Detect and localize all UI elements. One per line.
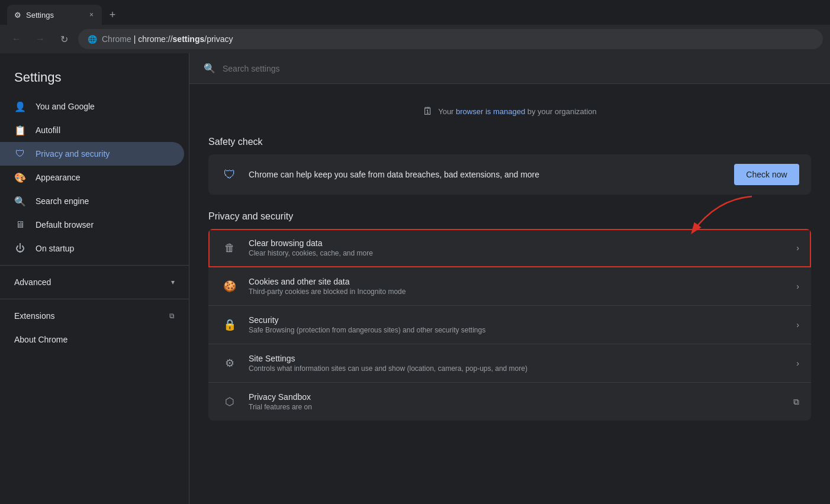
sidebar-item-label-default-browser: Default browser bbox=[36, 220, 94, 230]
security-subtitle: Safe Browsing (protection from dangerous… bbox=[249, 326, 787, 334]
sidebar-item-label-you-and-google: You and Google bbox=[36, 102, 95, 111]
sidebar-header: Settings bbox=[0, 63, 189, 95]
settings-item-security[interactable]: 🔒 Security Safe Browsing (protection fro… bbox=[208, 306, 811, 344]
security-arrow-icon: › bbox=[796, 320, 799, 329]
managed-link[interactable]: browser is managed bbox=[456, 107, 525, 116]
sidebar-about-chrome[interactable]: About Chrome bbox=[0, 328, 189, 351]
cookies-site-data-icon: 🍪 bbox=[220, 277, 239, 296]
sidebar-item-icon-search-engine: 🔍 bbox=[14, 195, 26, 207]
address-separator: | bbox=[134, 34, 136, 44]
cookies-site-data-arrow-icon: › bbox=[796, 282, 799, 291]
managed-text-before: Your bbox=[438, 107, 456, 116]
address-url-prefix: chrome:// bbox=[138, 34, 172, 44]
security-title: Security bbox=[249, 315, 787, 325]
back-button[interactable]: ← bbox=[7, 30, 26, 49]
safety-check-card: 🛡 Chrome can help keep you safe from dat… bbox=[208, 154, 811, 195]
search-input[interactable] bbox=[223, 64, 816, 73]
managed-text-after: by your organization bbox=[525, 107, 597, 116]
clear-browsing-data-arrow-icon: › bbox=[796, 243, 799, 253]
sidebar-item-label-autofill: Autofill bbox=[36, 125, 60, 135]
refresh-button[interactable]: ↻ bbox=[54, 30, 73, 49]
address-url-bold: settings bbox=[173, 34, 205, 44]
privacy-sandbox-title: Privacy Sandbox bbox=[249, 392, 784, 402]
site-settings-title: Site Settings bbox=[249, 354, 787, 363]
safety-check-description: Chrome can help keep you safe from data … bbox=[249, 170, 725, 179]
sidebar-advanced[interactable]: Advanced ▾ bbox=[0, 270, 189, 294]
cookies-site-data-title: Cookies and other site data bbox=[249, 277, 787, 286]
sidebar-item-privacy-security[interactable]: 🛡 Privacy and security bbox=[0, 142, 184, 166]
managed-text: Your browser is managed by your organiza… bbox=[438, 107, 597, 116]
sidebar-item-icon-appearance: 🎨 bbox=[14, 172, 26, 183]
settings-tab[interactable]: ⚙ Settings × bbox=[7, 5, 102, 25]
site-info-icon: 🌐 bbox=[88, 35, 97, 44]
privacy-section-title: Privacy and security bbox=[208, 211, 811, 222]
safety-check-icon: 🛡 bbox=[220, 165, 239, 184]
sidebar-divider bbox=[0, 265, 189, 266]
managed-icon: 🗓 bbox=[423, 105, 433, 118]
extensions-external-icon: ⧉ bbox=[169, 312, 175, 320]
sidebar-item-autofill[interactable]: 📋 Autofill bbox=[0, 118, 184, 142]
clear-browsing-data-title: Clear browsing data bbox=[249, 238, 787, 248]
address-text: Chrome | chrome://settings/privacy bbox=[102, 34, 233, 44]
search-bar: 🔍 bbox=[189, 53, 830, 84]
sidebar-item-you-and-google[interactable]: 👤 You and Google bbox=[0, 95, 184, 118]
cookies-site-data-subtitle: Third-party cookies are blocked in Incog… bbox=[249, 287, 787, 296]
address-bar[interactable]: 🌐 Chrome | chrome://settings/privacy bbox=[78, 29, 823, 49]
settings-item-cookies-site-data[interactable]: 🍪 Cookies and other site data Third-part… bbox=[208, 267, 811, 306]
privacy-sandbox-ext-icon: ⧉ bbox=[793, 397, 799, 407]
sidebar-item-label-privacy-security: Privacy and security bbox=[36, 149, 110, 159]
sidebar-item-icon-on-startup: ⏻ bbox=[14, 243, 26, 254]
security-content: Security Safe Browsing (protection from … bbox=[249, 315, 787, 334]
managed-banner: 🗓 Your browser is managed by your organi… bbox=[208, 98, 811, 125]
advanced-arrow-icon: ▾ bbox=[171, 278, 175, 286]
forward-button[interactable]: → bbox=[31, 30, 50, 49]
sidebar: Settings 👤 You and Google 📋 Autofill 🛡 P… bbox=[0, 53, 189, 504]
sidebar-item-label-appearance: Appearance bbox=[36, 173, 81, 182]
sidebar-extensions[interactable]: Extensions ⧉ bbox=[0, 304, 189, 328]
privacy-sandbox-subtitle: Trial features are on bbox=[249, 403, 784, 411]
settings-tab-title: Settings bbox=[26, 11, 83, 20]
search-icon: 🔍 bbox=[204, 63, 215, 74]
clear-browsing-data-icon: 🗑 bbox=[220, 238, 239, 257]
address-domain: Chrome bbox=[102, 34, 131, 44]
sidebar-item-label-search-engine: Search engine bbox=[36, 196, 89, 206]
settings-item-site-settings[interactable]: ⚙ Site Settings Controls what informatio… bbox=[208, 344, 811, 383]
privacy-settings-list: 🗑 Clear browsing data Clear history, coo… bbox=[208, 229, 811, 421]
clear-browsing-data-content: Clear browsing data Clear history, cooki… bbox=[249, 238, 787, 257]
close-tab-button[interactable]: × bbox=[88, 9, 95, 20]
sidebar-item-icon-you-and-google: 👤 bbox=[14, 101, 26, 112]
address-url-suffix: /privacy bbox=[204, 34, 233, 44]
sidebar-item-default-browser[interactable]: 🖥 Default browser bbox=[0, 213, 184, 237]
clear-browsing-data-subtitle: Clear history, cookies, cache, and more bbox=[249, 249, 787, 257]
settings-item-privacy-sandbox[interactable]: ⬡ Privacy Sandbox Trial features are on … bbox=[208, 383, 811, 421]
content-area: 🔍 🗓 Your browser is managed by your orga… bbox=[189, 53, 830, 504]
sidebar-item-icon-privacy-security: 🛡 bbox=[14, 148, 26, 160]
check-now-button[interactable]: Check now bbox=[734, 164, 799, 185]
settings-item-clear-browsing-data[interactable]: 🗑 Clear browsing data Clear history, coo… bbox=[208, 229, 811, 267]
security-icon: 🔒 bbox=[220, 315, 239, 334]
privacy-sandbox-icon: ⬡ bbox=[220, 392, 239, 411]
about-chrome-label: About Chrome bbox=[14, 335, 67, 344]
sidebar-item-search-engine[interactable]: 🔍 Search engine bbox=[0, 189, 184, 213]
site-settings-arrow-icon: › bbox=[796, 358, 799, 368]
cookies-site-data-content: Cookies and other site data Third-party … bbox=[249, 277, 787, 296]
sidebar-item-appearance[interactable]: 🎨 Appearance bbox=[0, 166, 184, 189]
privacy-sandbox-content: Privacy Sandbox Trial features are on bbox=[249, 392, 784, 411]
site-settings-content: Site Settings Controls what information … bbox=[249, 354, 787, 373]
advanced-label: Advanced bbox=[14, 277, 51, 287]
sidebar-item-label-on-startup: On startup bbox=[36, 244, 74, 253]
safety-check-title: Safety check bbox=[208, 137, 811, 147]
site-settings-icon: ⚙ bbox=[220, 354, 239, 373]
sidebar-divider-2 bbox=[0, 299, 189, 299]
settings-tab-icon: ⚙ bbox=[14, 11, 21, 20]
sidebar-item-icon-autofill: 📋 bbox=[14, 124, 26, 136]
new-tab-button[interactable]: + bbox=[104, 7, 121, 23]
site-settings-subtitle: Controls what information sites can use … bbox=[249, 364, 787, 373]
extensions-label: Extensions bbox=[14, 311, 54, 321]
sidebar-item-on-startup[interactable]: ⏻ On startup bbox=[0, 237, 184, 260]
sidebar-item-icon-default-browser: 🖥 bbox=[14, 219, 26, 231]
